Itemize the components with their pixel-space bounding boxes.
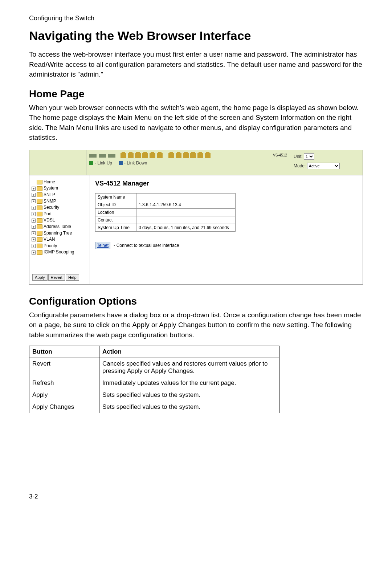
table-row: Apply ChangesSets specified values to th… — [29, 401, 279, 413]
port-icon[interactable] — [197, 153, 203, 158]
info-key: System Name — [95, 193, 136, 201]
folder-icon — [37, 244, 42, 248]
port-icon[interactable] — [135, 153, 141, 158]
expand-icon[interactable]: + — [32, 251, 36, 255]
info-key: Location — [95, 208, 136, 216]
config-options-text: Configurable parameters have a dialog bo… — [29, 310, 363, 340]
port-icon[interactable] — [121, 153, 126, 158]
sidebar-item-label: Home — [44, 179, 55, 185]
expand-icon[interactable]: + — [32, 225, 36, 229]
button-name: Apply — [29, 389, 99, 401]
table-row: ApplySets specified values to the system… — [29, 389, 279, 401]
folder-icon — [37, 237, 42, 242]
sidebar-item-security[interactable]: +Security — [32, 204, 88, 211]
home-page-text: When your web browser connects with the … — [29, 103, 363, 143]
button-action: Sets specified values to the system. — [99, 401, 279, 413]
info-value — [136, 208, 236, 216]
sidebar-item-snmp[interactable]: +SNMP — [32, 198, 88, 205]
folder-icon — [37, 218, 42, 223]
sidebar-item-label: IGMP Snooping — [44, 249, 74, 255]
config-buttons-table: Button Action RevertCancels specified va… — [29, 346, 279, 413]
expand-icon[interactable]: + — [32, 219, 36, 223]
folder-icon — [37, 192, 42, 197]
port-icon[interactable] — [157, 153, 163, 158]
help-button[interactable]: Help — [66, 274, 79, 281]
mode-label: Mode: — [294, 163, 306, 168]
sidebar-item-port[interactable]: +Port — [32, 211, 88, 217]
info-key: System Up Time — [95, 224, 136, 231]
sidebar-item-priority[interactable]: +Priority — [32, 243, 88, 249]
expand-icon[interactable]: + — [32, 212, 36, 216]
info-key: Contact — [95, 216, 136, 224]
expand-icon[interactable]: + — [32, 206, 36, 210]
apply-button[interactable]: Apply — [32, 274, 48, 281]
sidebar-item-label: Address Table — [44, 224, 71, 230]
table-row: RefreshImmediately updates values for th… — [29, 377, 279, 389]
folder-icon — [37, 199, 42, 204]
table-row: Location — [95, 208, 236, 216]
sidebar-item-label: Priority — [44, 243, 57, 249]
expand-icon[interactable]: + — [32, 237, 36, 241]
home-page-heading: Home Page — [29, 88, 363, 100]
port-icon[interactable] — [128, 153, 134, 158]
sidebar-item-label: Port — [44, 211, 52, 217]
port-icon[interactable] — [176, 153, 181, 158]
telnet-desc: - Connect to textual user interface — [113, 243, 179, 248]
port-icon[interactable] — [205, 153, 211, 158]
mode-select[interactable]: Active — [307, 163, 340, 169]
folder-icon — [37, 231, 42, 236]
link-down-label: - Link Down — [124, 160, 147, 166]
table-row: System Up Time0 days, 0 hours, 1 minutes… — [95, 224, 236, 231]
port-icon[interactable] — [142, 153, 148, 158]
expand-icon[interactable]: + — [32, 187, 36, 191]
info-key: Object ID — [95, 201, 136, 208]
sidebar-item-label: Security — [44, 205, 59, 211]
sidebar-item-igmp-snooping[interactable]: +IGMP Snooping — [32, 249, 88, 256]
info-value: 0 days, 0 hours, 1 minutes, and 21.69 se… — [136, 224, 236, 231]
unit-label: Unit: — [294, 154, 303, 159]
table-row: Contact — [95, 216, 236, 224]
button-action: Sets specified values to the system. — [99, 389, 279, 401]
sidebar-item-label: VLAN — [44, 237, 55, 243]
info-value — [136, 193, 236, 201]
sidebar-item-system[interactable]: +System — [32, 185, 88, 192]
switch-port-panel — [89, 153, 273, 158]
expand-icon[interactable]: + — [32, 231, 36, 235]
sidebar-item-vlan[interactable]: +VLAN — [32, 236, 88, 243]
table-row: System Name — [95, 193, 236, 201]
sidebar-item-label: SNTP — [44, 192, 55, 198]
telnet-button[interactable]: Telnet — [95, 242, 110, 249]
sidebar-item-address-table[interactable]: +Address Table — [32, 224, 88, 230]
folder-icon — [37, 180, 42, 184]
unit-select[interactable]: 1 — [304, 153, 314, 160]
port-icon[interactable] — [150, 153, 155, 158]
expand-icon[interactable]: + — [32, 193, 36, 197]
port-icon[interactable] — [190, 153, 196, 158]
port-icon[interactable] — [183, 153, 189, 158]
breadcrumb: Configuring the Switch — [29, 15, 363, 22]
button-name: Revert — [29, 358, 99, 377]
sidebar-item-sntp[interactable]: +SNTP — [32, 192, 88, 198]
link-up-swatch — [89, 161, 93, 165]
port-icon[interactable] — [168, 153, 174, 158]
button-action: Cancels specified values and restores cu… — [99, 358, 279, 377]
expand-icon[interactable]: + — [32, 244, 36, 248]
folder-icon — [37, 250, 42, 255]
page-title: Navigating the Web Browser Interface — [29, 29, 363, 43]
sidebar-item-label: System — [44, 186, 58, 191]
expand-icon[interactable]: + — [32, 199, 36, 203]
sidebar-item-vdsl[interactable]: +VDSL — [32, 217, 88, 224]
link-down-swatch — [119, 161, 123, 165]
col-action: Action — [99, 346, 279, 358]
button-name: Apply Changes — [29, 401, 99, 413]
revert-button[interactable]: Revert — [48, 274, 65, 281]
config-options-heading: Configuration Options — [29, 296, 363, 307]
sidebar-item-label: Spanning Tree — [44, 231, 72, 236]
folder-icon — [37, 205, 42, 210]
sidebar-item-spanning-tree[interactable]: +Spanning Tree — [32, 230, 88, 237]
sidebar-item-home[interactable]: +Home — [32, 179, 88, 186]
manager-title: VS-4512 Manager — [95, 180, 358, 187]
main-menu-sidebar: +Home+System+SNTP+SNMP+Security+Port+VDS… — [29, 175, 90, 284]
sidebar-item-label: VDSL — [44, 217, 55, 223]
button-name: Refresh — [29, 377, 99, 389]
